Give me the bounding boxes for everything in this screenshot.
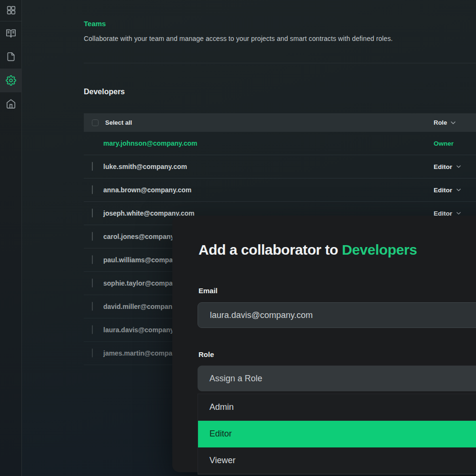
- table-row[interactable]: anna.brown@company.com Editor: [84, 178, 476, 202]
- member-email: anna.brown@company.com: [103, 186, 191, 194]
- chevron-down-icon: [456, 165, 461, 168]
- row-checkbox-wrap: [92, 232, 93, 241]
- role-header-label: Role: [434, 119, 447, 126]
- role-column-header[interactable]: Role: [434, 119, 456, 126]
- row-checkbox-wrap: [92, 162, 93, 171]
- section-title: Developers: [84, 88, 125, 96]
- row-checkbox[interactable]: [92, 208, 93, 218]
- email-label: Email: [198, 287, 218, 295]
- section-divider: [84, 63, 476, 63]
- page-title: Teams: [84, 20, 106, 28]
- chevron-down-icon: [451, 121, 456, 124]
- sidebar-item-docs[interactable]: [0, 21, 22, 45]
- role-dropdown[interactable]: Owner: [434, 140, 454, 147]
- row-checkbox-wrap: [92, 256, 93, 264]
- sidebar-item-dashboard[interactable]: [0, 0, 22, 22]
- row-checkbox-wrap: [92, 279, 93, 288]
- table-row[interactable]: mary.johnson@company.com Owner: [84, 132, 476, 155]
- role-option-label: Editor: [209, 429, 232, 439]
- page-description: Collaborate with your team and manage ac…: [84, 35, 393, 42]
- gear-icon: [6, 75, 16, 86]
- role-option[interactable]: Editor: [198, 421, 476, 447]
- role-select[interactable]: Assign a Role: [198, 366, 476, 391]
- row-checkbox[interactable]: [92, 278, 93, 288]
- row-checkbox-wrap: [92, 209, 93, 218]
- modal-title: Add a collaborator to Developers: [198, 242, 417, 258]
- row-checkbox-wrap: [92, 302, 93, 311]
- home-icon: [6, 99, 16, 109]
- file-icon: [6, 52, 16, 61]
- book-icon: [6, 28, 16, 39]
- role-option-label: Viewer: [209, 456, 236, 466]
- role-dropdown[interactable]: Editor: [434, 163, 461, 170]
- role-select-value: Assign a Role: [209, 374, 262, 384]
- sidebar: [0, 0, 22, 476]
- member-email: luke.smith@company.com: [103, 163, 187, 170]
- role-option-label: Admin: [209, 402, 234, 412]
- table-header-row: Select all Role: [84, 113, 476, 132]
- role-value: Owner: [434, 140, 454, 147]
- modal-title-highlight: Developers: [342, 242, 417, 258]
- role-dropdown[interactable]: Editor: [434, 187, 461, 194]
- row-checkbox[interactable]: [92, 185, 93, 194]
- sidebar-item-settings[interactable]: [0, 69, 22, 92]
- select-all[interactable]: Select all: [92, 119, 132, 126]
- row-checkbox[interactable]: [92, 302, 93, 311]
- table-row[interactable]: luke.smith@company.com Editor: [84, 155, 476, 178]
- add-collaborator-modal: Add a collaborator to Developers Email R…: [172, 216, 476, 472]
- row-checkbox-wrap: [92, 326, 93, 334]
- role-value: Editor: [434, 187, 452, 194]
- chevron-down-icon: [456, 212, 461, 215]
- role-value: Editor: [434, 163, 452, 170]
- select-all-label: Select all: [105, 119, 132, 126]
- role-label: Role: [198, 350, 214, 358]
- role-option[interactable]: Viewer: [198, 447, 476, 474]
- role-dropdown-list: Admin Editor Viewer: [198, 394, 476, 475]
- chevron-down-icon: [456, 188, 461, 191]
- row-checkbox[interactable]: [92, 255, 93, 264]
- sidebar-item-home[interactable]: [0, 92, 22, 116]
- row-checkbox-wrap: [92, 186, 93, 194]
- row-checkbox[interactable]: [92, 162, 93, 171]
- role-option[interactable]: Admin: [198, 394, 476, 421]
- row-checkbox[interactable]: [92, 232, 93, 241]
- modal-title-prefix: Add a collaborator to: [198, 242, 342, 258]
- member-email: mary.johnson@company.com: [103, 139, 198, 147]
- select-all-checkbox[interactable]: [92, 119, 99, 126]
- sidebar-item-files[interactable]: [0, 45, 22, 69]
- row-checkbox[interactable]: [92, 348, 93, 357]
- grid-icon: [6, 5, 16, 15]
- row-checkbox-wrap: [92, 349, 93, 357]
- email-input[interactable]: [198, 302, 476, 328]
- row-checkbox[interactable]: [92, 325, 93, 334]
